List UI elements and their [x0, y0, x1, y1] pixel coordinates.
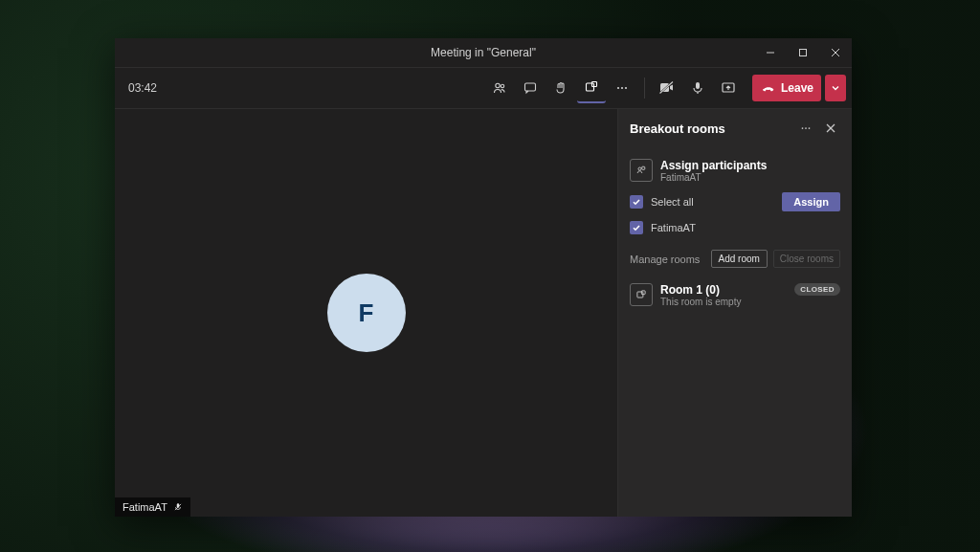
meeting-toolbar: 03:42 — [115, 68, 852, 109]
more-icon — [614, 80, 630, 96]
close-button[interactable] — [819, 38, 852, 67]
svg-point-20 — [805, 127, 807, 129]
chat-button[interactable] — [516, 74, 545, 102]
select-all-checkbox[interactable] — [630, 195, 643, 209]
people-icon — [492, 80, 507, 96]
select-all-row: Select all Assign — [630, 192, 840, 211]
svg-rect-1 — [800, 50, 807, 56]
raise-hand-icon — [553, 80, 568, 96]
window-title: Meeting in "General" — [431, 46, 536, 59]
svg-point-21 — [809, 127, 811, 129]
room-icon — [630, 283, 653, 306]
more-actions-button[interactable] — [608, 74, 636, 102]
video-stage: F FatimaAT — [115, 109, 617, 517]
mic-icon — [690, 80, 705, 96]
toolbar-divider — [644, 77, 645, 99]
check-icon — [632, 197, 641, 207]
select-all-label: Select all — [651, 196, 694, 208]
participant-name-pill: FatimaAT — [115, 497, 190, 517]
panel-more-button[interactable] — [796, 119, 815, 138]
manage-rooms-label: Manage rooms — [630, 254, 700, 265]
svg-point-11 — [625, 87, 627, 89]
meeting-window: Meeting in "General" 03:42 — [115, 38, 852, 517]
room-row[interactable]: Room 1 (0) This room is empty CLOSED — [630, 283, 840, 307]
raise-hand-button[interactable] — [546, 74, 575, 102]
meeting-body: F FatimaAT Breakout rooms — [115, 109, 852, 517]
add-room-label: Add room — [719, 254, 760, 264]
hangup-icon — [762, 81, 775, 95]
leave-options-button[interactable] — [825, 75, 846, 101]
svg-rect-14 — [696, 82, 700, 89]
svg-point-5 — [501, 84, 503, 87]
svg-rect-25 — [642, 166, 645, 169]
participant-label: FatimaAT — [651, 222, 696, 233]
panel-close-button[interactable] — [821, 119, 840, 138]
camera-off-icon — [658, 80, 676, 96]
close-rooms-label: Close rooms — [780, 254, 834, 264]
breakout-rooms-button[interactable] — [577, 73, 606, 103]
toolbar-icons: Leave — [485, 73, 846, 103]
leave-button[interactable]: Leave — [752, 75, 821, 101]
maximize-button[interactable] — [787, 38, 819, 67]
mic-muted-icon — [173, 502, 183, 512]
participant-checkbox[interactable] — [630, 221, 643, 234]
close-icon — [831, 48, 840, 57]
svg-point-24 — [638, 167, 641, 170]
assign-title: Assign participants — [660, 159, 767, 172]
avatar-initial: F — [359, 298, 374, 328]
close-icon — [825, 122, 836, 134]
share-screen-icon — [721, 80, 736, 96]
maximize-icon — [798, 48, 808, 57]
participants-button[interactable] — [485, 74, 514, 102]
breakout-rooms-panel: Breakout rooms Assign participants Fatim… — [617, 109, 852, 517]
window-controls — [754, 38, 852, 67]
svg-point-19 — [802, 127, 804, 129]
panel-header: Breakout rooms — [630, 119, 840, 138]
breakout-rooms-icon — [584, 79, 599, 95]
assign-button-label: Assign — [793, 196, 829, 208]
room-subtitle: This room is empty — [660, 297, 741, 307]
assign-participants-icon — [630, 159, 653, 182]
close-rooms-button[interactable]: Close rooms — [773, 250, 840, 268]
svg-rect-6 — [524, 83, 535, 91]
title-bar: Meeting in "General" — [115, 38, 852, 68]
minimize-icon — [766, 48, 775, 57]
participant-name: FatimaAT — [122, 501, 167, 513]
chat-icon — [523, 80, 538, 96]
participant-row: FatimaAT — [630, 221, 840, 234]
camera-button[interactable] — [653, 74, 681, 102]
chevron-down-icon — [831, 83, 840, 93]
svg-point-10 — [621, 87, 623, 89]
meeting-timer: 03:42 — [128, 81, 157, 95]
add-room-button[interactable]: Add room — [711, 250, 768, 268]
svg-point-4 — [496, 83, 500, 87]
assign-button[interactable]: Assign — [782, 192, 840, 211]
room-status-badge: CLOSED — [794, 283, 840, 296]
mic-button[interactable] — [683, 74, 712, 102]
participant-avatar: F — [327, 274, 406, 352]
svg-point-9 — [617, 87, 619, 89]
minimize-button[interactable] — [754, 38, 787, 67]
assign-subtitle: FatimaAT — [660, 172, 767, 183]
manage-rooms-row: Manage rooms Add room Close rooms — [630, 250, 840, 268]
share-button[interactable] — [714, 74, 743, 102]
more-icon — [799, 121, 813, 135]
leave-label: Leave — [781, 81, 813, 95]
panel-title: Breakout rooms — [630, 121, 791, 136]
check-icon — [632, 223, 641, 232]
assign-participants-row: Assign participants FatimaAT — [630, 159, 840, 183]
room-name: Room 1 (0) — [660, 283, 741, 297]
